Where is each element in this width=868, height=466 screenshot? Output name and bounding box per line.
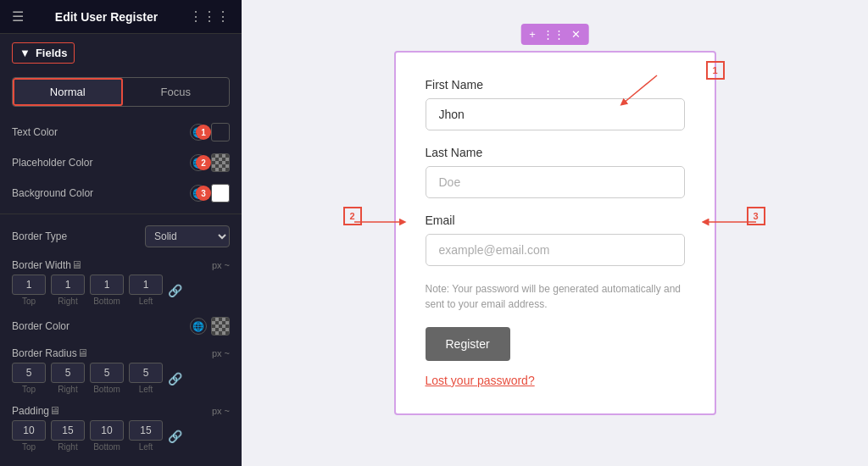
border-left-label: Left: [139, 297, 153, 306]
note-text: Note: Your password will be generated au…: [426, 281, 685, 312]
sidebar-content: ▼ Fields Normal Focus Text Color 🌐 1 Pla…: [0, 34, 242, 466]
border-type-label: Border Type: [12, 230, 145, 242]
border-left-group: Left: [129, 275, 163, 306]
padding-px: px ~: [212, 406, 230, 416]
radius-left-input[interactable]: [129, 363, 163, 383]
form-widget: 1 2 3: [394, 51, 716, 415]
badge-1: 1: [196, 125, 211, 140]
border-radius-px: px ~: [212, 348, 230, 358]
border-radius-header: Border Radius 🖥 px ~: [0, 341, 242, 361]
border-left-input[interactable]: [129, 275, 163, 295]
border-top-group: Top: [12, 275, 46, 306]
padding-bottom-label: Bottom: [93, 442, 120, 452]
last-name-group: Last Name: [426, 146, 685, 198]
border-color-globe[interactable]: 🌐: [190, 318, 207, 335]
monitor-icon-3: 🖥: [49, 404, 60, 417]
tab-focus[interactable]: Focus: [123, 78, 230, 106]
toolbar-close-icon[interactable]: ✕: [571, 28, 581, 41]
text-color-row: Text Color 🌐 1: [0, 117, 242, 147]
padding-header: Padding 🖥 px ~: [0, 399, 242, 419]
radius-right-group: Right: [51, 363, 85, 394]
padding-inputs: Top Right Bottom Left 🔗: [0, 419, 242, 457]
radius-top-input[interactable]: [12, 363, 46, 383]
border-top-input[interactable]: [12, 275, 46, 295]
border-bottom-label: Bottom: [93, 297, 120, 306]
email-group: Email: [426, 214, 685, 266]
padding-top-label: Top: [22, 442, 36, 452]
monitor-icon: 🖥: [71, 258, 82, 271]
border-right-label: Right: [58, 297, 77, 306]
last-name-label: Last Name: [426, 146, 685, 159]
fields-toggle[interactable]: ▼ Fields: [12, 42, 75, 64]
badge-2: 2: [196, 155, 211, 170]
padding-bottom-input[interactable]: [90, 420, 124, 441]
toolbar-grid-icon[interactable]: ⋮⋮: [542, 28, 565, 41]
fields-section: ▼ Fields: [0, 34, 242, 69]
padding-left-input[interactable]: [129, 420, 163, 441]
annotation-3: 3: [747, 207, 765, 225]
border-type-row: Border Type Solid: [0, 219, 242, 253]
border-width-header: Border Width 🖥 px ~: [0, 253, 242, 273]
main-canvas: + ⋮⋮ ✕ 1 2 3: [242, 0, 868, 466]
first-name-group: First Name: [426, 78, 685, 130]
padding-label: Padding: [12, 405, 49, 417]
background-color-row: Background Color 🌐 3: [0, 178, 242, 208]
fields-label: Fields: [36, 47, 68, 59]
padding-right-group: Right: [51, 420, 85, 452]
border-bottom-input[interactable]: [90, 275, 124, 295]
placeholder-color-row: Placeholder Color 🌐 2: [0, 147, 242, 178]
padding-top-input[interactable]: [12, 420, 46, 441]
annotation-2: 2: [343, 207, 362, 225]
first-name-label: First Name: [426, 78, 685, 92]
register-button[interactable]: Register: [426, 327, 510, 361]
email-input[interactable]: [426, 234, 685, 266]
tab-normal[interactable]: Normal: [13, 78, 123, 106]
annotation-1: 1: [706, 61, 725, 80]
radius-top-group: Top: [12, 363, 46, 394]
border-right-input[interactable]: [51, 275, 85, 295]
border-width-inputs: Top Right Bottom Left 🔗: [0, 273, 242, 311]
widget-wrapper: + ⋮⋮ ✕ 1 2 3: [394, 51, 716, 415]
radius-top-label: Top: [22, 385, 36, 394]
border-type-select[interactable]: Solid: [145, 225, 230, 247]
radius-right-input[interactable]: [51, 363, 85, 383]
lost-password-link[interactable]: Lost your password?: [426, 374, 535, 387]
border-radius-label: Border Radius: [12, 347, 77, 359]
border-color-swatch[interactable]: [211, 317, 230, 336]
monitor-icon-2: 🖥: [77, 347, 88, 359]
padding-left-label: Left: [139, 442, 153, 452]
padding-link-icon[interactable]: 🔗: [168, 430, 182, 443]
widget-toolbar: + ⋮⋮ ✕: [520, 24, 589, 45]
toolbar-plus-icon[interactable]: +: [529, 28, 536, 41]
text-color-swatch[interactable]: [211, 123, 230, 141]
last-name-input[interactable]: [426, 166, 685, 198]
grid-menu-icon[interactable]: ⋮⋮⋮: [189, 8, 230, 25]
sidebar-header: ☰ Edit User Register ⋮⋮⋮: [0, 0, 242, 34]
border-color-label: Border Color: [12, 320, 190, 332]
radius-left-label: Left: [139, 385, 153, 394]
sidebar-title: Edit User Register: [55, 10, 158, 24]
padding-right-input[interactable]: [51, 420, 85, 441]
first-name-input[interactable]: [426, 98, 685, 130]
border-bottom-group: Bottom: [90, 275, 124, 306]
padding-top-group: Top: [12, 420, 46, 452]
radius-link-icon[interactable]: 🔗: [168, 372, 182, 386]
email-label: Email: [426, 214, 685, 227]
padding-left-group: Left: [129, 420, 163, 452]
state-tabs: Normal Focus: [12, 77, 230, 107]
border-width-px: px ~: [212, 260, 230, 270]
background-color-label: Background Color: [12, 187, 190, 199]
text-color-label: Text Color: [12, 126, 190, 138]
fields-arrow: ▼: [19, 47, 31, 59]
placeholder-color-swatch[interactable]: [211, 153, 230, 172]
hamburger-icon[interactable]: ☰: [12, 8, 24, 25]
bg-color-swatch[interactable]: [211, 184, 230, 202]
border-link-icon[interactable]: 🔗: [168, 284, 182, 297]
radius-right-label: Right: [58, 385, 77, 394]
radius-bottom-label: Bottom: [93, 385, 120, 394]
border-width-label: Border Width: [12, 259, 71, 271]
sidebar: ☰ Edit User Register ⋮⋮⋮ ▼ Fields Normal…: [0, 0, 242, 466]
border-color-controls: 🌐: [190, 317, 230, 336]
badge-3: 3: [196, 186, 211, 201]
radius-bottom-input[interactable]: [90, 363, 124, 383]
